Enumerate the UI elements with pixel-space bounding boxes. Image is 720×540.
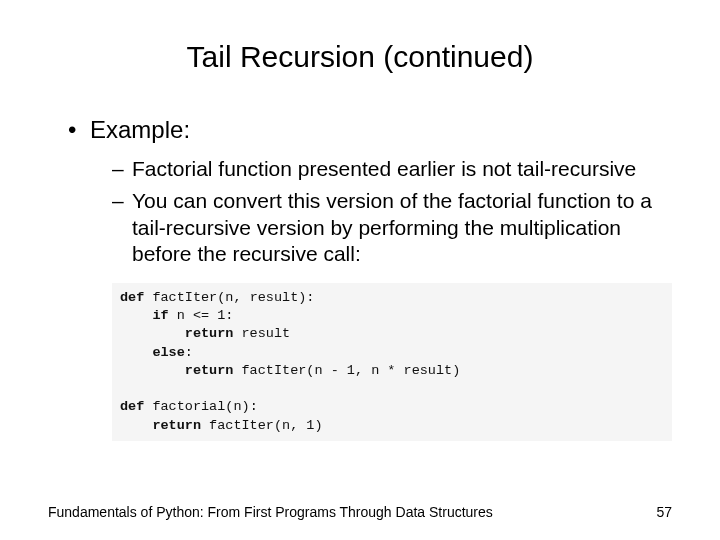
sub-bullet-1: Factorial function presented earlier is … — [112, 156, 672, 182]
kw-if: if — [120, 308, 169, 323]
code-l5-rest: factIter(n - 1, n * result) — [233, 363, 460, 378]
code-l2-rest: n <= 1: — [169, 308, 234, 323]
code-l7-rest: factorial(n): — [144, 399, 257, 414]
page-number: 57 — [656, 504, 672, 520]
code-l3-rest: result — [233, 326, 290, 341]
code-l1-rest: factIter(n, result): — [144, 290, 314, 305]
footer: Fundamentals of Python: From First Progr… — [48, 504, 672, 520]
code-l8-rest: factIter(n, 1) — [201, 418, 323, 433]
kw-return-2: return — [120, 363, 233, 378]
kw-return-3: return — [120, 418, 201, 433]
kw-def-1: def — [120, 290, 144, 305]
slide-title: Tail Recursion (continued) — [48, 40, 672, 74]
slide: Tail Recursion (continued) Example: Fact… — [0, 0, 720, 540]
kw-else: else — [120, 345, 185, 360]
sub-bullet-2: You can convert this version of the fact… — [112, 188, 672, 267]
code-block: def factIter(n, result): if n <= 1: retu… — [112, 283, 672, 441]
kw-return-1: return — [120, 326, 233, 341]
code-l4-rest: : — [185, 345, 193, 360]
kw-def-2: def — [120, 399, 144, 414]
bullet-example: Example: — [68, 116, 672, 144]
footer-text: Fundamentals of Python: From First Progr… — [48, 504, 493, 520]
